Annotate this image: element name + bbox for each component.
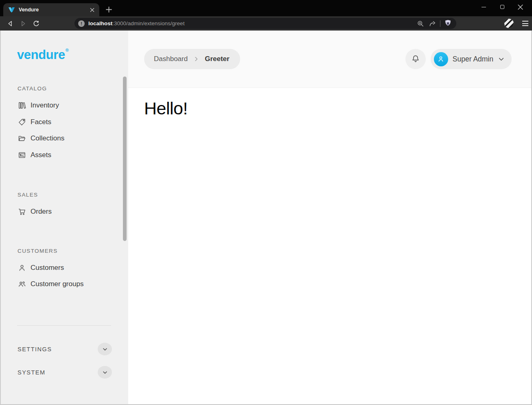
image-icon: [18, 151, 26, 159]
user-avatar-icon: [434, 52, 448, 66]
browser-toolbar: ! localhost:3000/admin/extensions/greet: [0, 16, 532, 31]
vendure-favicon-icon: [8, 7, 15, 13]
sidebar-section-system[interactable]: SYSTEM: [18, 363, 112, 381]
maximize-button[interactable]: [493, 1, 511, 13]
settings-label: SETTINGS: [18, 346, 52, 352]
sidebar-section-sales: SALES: [18, 192, 128, 198]
url-path: :3000/admin/extensions/greet: [112, 20, 184, 26]
page-content: Hello!: [128, 88, 531, 404]
sidebar-section-catalog: CATALOG: [18, 85, 128, 92]
sidebar-item-assets[interactable]: Assets: [1, 147, 128, 164]
sidebar-item-label: Assets: [31, 151, 51, 159]
chevron-down-icon: [498, 56, 505, 63]
settings-expand-button[interactable]: [98, 343, 112, 355]
browser-profile-avatar[interactable]: [504, 18, 514, 28]
chevron-down-icon: [102, 370, 108, 375]
sidebar-item-facets[interactable]: Facets: [1, 114, 128, 131]
tab-title: Vendure: [19, 7, 88, 13]
page-title: Hello!: [144, 99, 531, 118]
sidebar-section-settings[interactable]: SETTINGS: [18, 340, 112, 358]
system-label: SYSTEM: [18, 369, 46, 376]
library-icon: [18, 101, 26, 109]
folder-icon: [18, 134, 26, 142]
tag-icon: [18, 118, 26, 126]
sidebar-item-label: Customer groups: [31, 280, 83, 288]
brave-shield-icon[interactable]: [443, 19, 452, 28]
back-icon[interactable]: [4, 18, 16, 29]
sidebar-item-label: Inventory: [31, 101, 59, 109]
sidebar-divider: [17, 325, 111, 326]
address-bar[interactable]: ! localhost:3000/admin/extensions/greet: [74, 18, 456, 29]
sidebar-item-inventory[interactable]: Inventory: [1, 97, 128, 114]
sidebar-scrollbar[interactable]: [123, 77, 127, 241]
share-icon[interactable]: [428, 19, 437, 28]
chevron-down-icon: [102, 346, 108, 352]
notifications-button[interactable]: [405, 49, 426, 69]
sidebar-item-collections[interactable]: Collections: [1, 130, 128, 147]
breadcrumb-chevron-icon: [193, 56, 199, 62]
sidebar-item-customer-groups[interactable]: Customer groups: [1, 276, 128, 293]
breadcrumb-dashboard[interactable]: Dashboard: [154, 55, 188, 63]
minimize-button[interactable]: [475, 1, 493, 13]
url-text: localhost:3000/admin/extensions/greet: [88, 20, 413, 26]
url-host: localhost: [88, 20, 112, 26]
browser-tab-bar: Vendure: [0, 0, 532, 16]
page-header: Dashboard Greeter Super Admin: [128, 31, 531, 88]
sidebar-item-label: Customers: [31, 264, 64, 272]
user-icon: [18, 264, 26, 272]
user-name: Super Admin: [453, 55, 493, 63]
sidebar-item-label: Orders: [31, 208, 52, 216]
users-icon: [18, 280, 26, 288]
sidebar: vendure® CATALOG Inventory Facets Collec…: [1, 31, 128, 404]
close-button[interactable]: [511, 1, 530, 13]
toolbar-divider: [440, 20, 440, 27]
reload-icon[interactable]: [30, 18, 42, 29]
user-menu[interactable]: Super Admin: [431, 49, 512, 69]
breadcrumb-greeter: Greeter: [205, 55, 229, 63]
sidebar-item-orders[interactable]: Orders: [1, 204, 128, 220]
sidebar-item-customers[interactable]: Customers: [1, 260, 128, 276]
breadcrumb: Dashboard Greeter: [144, 49, 240, 69]
browser-menu-icon[interactable]: [520, 19, 530, 28]
sidebar-item-label: Facets: [31, 118, 51, 126]
tab-close-icon[interactable]: [88, 6, 96, 14]
bell-icon: [411, 55, 420, 63]
site-info-icon[interactable]: !: [78, 20, 85, 27]
vendure-admin-app: vendure® CATALOG Inventory Facets Collec…: [0, 31, 532, 405]
forward-icon[interactable]: [17, 18, 29, 29]
browser-tab[interactable]: Vendure: [3, 3, 99, 16]
sidebar-section-customers: CUSTOMERS: [18, 248, 128, 254]
zoom-page-icon[interactable]: [416, 19, 425, 28]
cart-icon: [18, 208, 26, 216]
system-expand-button[interactable]: [98, 366, 112, 379]
sidebar-item-label: Collections: [31, 134, 64, 142]
vendure-logo[interactable]: vendure®: [17, 48, 128, 62]
registered-mark: ®: [66, 48, 69, 53]
main-panel: Dashboard Greeter Super Admin Hello!: [128, 31, 531, 404]
new-tab-button[interactable]: [104, 5, 113, 14]
browser-window: Vendure ! localhost:3000/admi: [0, 0, 532, 405]
window-controls: [475, 1, 530, 13]
